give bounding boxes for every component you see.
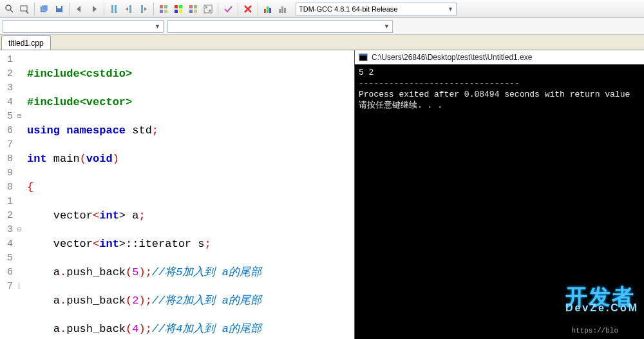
svg-rect-32 <box>284 8 286 13</box>
profiling-icon[interactable] <box>261 2 275 16</box>
svg-rect-20 <box>189 5 193 8</box>
code-line: #include<cstdio> <box>27 67 350 81</box>
line-number-gutter: 12345678901234567 <box>0 50 15 339</box>
svg-rect-11 <box>141 5 143 13</box>
run-icon[interactable] <box>171 2 185 16</box>
separator <box>218 3 218 15</box>
separator <box>104 3 104 15</box>
code-line: a.push_back(2);//将2加入到 a的尾部 <box>27 294 350 308</box>
build-icon[interactable] <box>156 2 171 16</box>
console-output[interactable]: 5 2 -------------------------------- Pro… <box>355 64 644 339</box>
fold-gutter: ⊟⊟⌊ <box>15 50 23 339</box>
class-dropdown[interactable]: ▼ <box>3 20 164 33</box>
code-editor[interactable]: 12345678901234567 ⊟⊟⌊ #include<cstdio> #… <box>0 50 354 339</box>
main-area: 12345678901234567 ⊟⊟⌊ #include<cstdio> #… <box>0 50 644 339</box>
status-url: https://blo <box>571 325 618 336</box>
code-line: a.push_back(4);//将4加入到 a的尾部 <box>27 322 350 336</box>
svg-rect-21 <box>194 5 197 8</box>
svg-rect-23 <box>194 10 197 13</box>
find-icon[interactable] <box>17 2 32 16</box>
navigator-bar: ▼ ▼ <box>0 18 644 35</box>
exe-icon <box>359 53 368 62</box>
svg-rect-17 <box>179 5 182 8</box>
output-line: 5 2 <box>359 67 640 78</box>
bookmark-next-icon[interactable] <box>137 2 151 16</box>
output-line: Process exited after 0.08494 seconds wit… <box>359 89 640 100</box>
save-all-icon[interactable] <box>37 2 52 16</box>
code-content[interactable]: #include<cstdio> #include<vector> using … <box>23 50 354 339</box>
debug-stop-icon[interactable] <box>241 2 255 16</box>
code-line: #include<vector> <box>27 95 350 110</box>
function-dropdown[interactable]: ▼ <box>167 20 393 33</box>
svg-rect-30 <box>279 9 281 13</box>
svg-rect-29 <box>269 8 271 13</box>
console-titlebar[interactable]: C:\Users\26846\Desktop\test\test\Untitle… <box>355 50 644 64</box>
console-title: C:\Users\26846\Desktop\test\test\Untitle… <box>372 53 532 62</box>
svg-rect-28 <box>267 6 269 13</box>
chevron-down-icon: ▼ <box>448 6 453 12</box>
delete-profiling-icon[interactable] <box>276 2 290 16</box>
svg-rect-16 <box>175 5 178 8</box>
compiler-dropdown[interactable]: TDM-GCC 4.8.1 64-bit Release ▼ <box>296 3 457 15</box>
svg-rect-22 <box>189 10 193 13</box>
svg-rect-8 <box>111 5 113 13</box>
svg-rect-2 <box>21 6 27 11</box>
chevron-down-icon: ▼ <box>384 23 390 30</box>
bookmark-icon[interactable] <box>107 2 121 16</box>
tab-label: titled1.cpp <box>8 39 44 48</box>
tab-file[interactable]: titled1.cpp <box>1 35 51 50</box>
separator <box>153 3 154 15</box>
svg-rect-9 <box>115 5 117 13</box>
output-console: C:\Users\26846\Desktop\test\test\Untitle… <box>354 50 644 339</box>
code-line: a.push_back(5);//将5加入到 a的尾部 <box>27 266 350 280</box>
rebuild-icon[interactable] <box>201 2 215 16</box>
code-line: vector<int> a; <box>27 209 350 223</box>
code-line: int main(void) <box>27 152 350 166</box>
svg-rect-24 <box>204 5 212 13</box>
svg-rect-26 <box>209 10 211 12</box>
indent-right-icon[interactable] <box>87 2 101 16</box>
separator <box>238 3 238 15</box>
save-icon[interactable] <box>52 2 66 16</box>
indent-left-icon[interactable] <box>72 2 86 16</box>
code-line: using namespace std; <box>27 124 350 138</box>
separator <box>258 3 258 15</box>
output-line: -------------------------------- <box>359 78 640 89</box>
svg-rect-15 <box>164 10 167 13</box>
svg-rect-12 <box>160 5 163 8</box>
svg-rect-18 <box>175 10 178 13</box>
code-line: vector<int>::iterator s; <box>27 237 350 251</box>
svg-rect-7 <box>57 6 61 8</box>
svg-rect-10 <box>129 5 131 13</box>
svg-rect-31 <box>281 6 283 13</box>
tab-strip: titled1.cpp <box>0 35 644 50</box>
svg-point-0 <box>6 5 11 10</box>
svg-rect-14 <box>160 10 163 13</box>
zoom-in-icon[interactable] <box>3 2 17 16</box>
svg-rect-25 <box>205 6 207 8</box>
svg-rect-5 <box>42 5 48 11</box>
separator <box>69 3 70 15</box>
bookmark-prev-icon[interactable] <box>122 2 136 16</box>
chevron-down-icon: ▼ <box>155 23 160 30</box>
build-run-icon[interactable] <box>186 2 200 16</box>
main-toolbar: TDM-GCC 4.8.1 64-bit Release ▼ <box>0 0 644 18</box>
svg-rect-34 <box>359 53 367 55</box>
compiler-label: TDM-GCC 4.8.1 64-bit Release <box>299 5 397 13</box>
svg-rect-13 <box>164 5 167 8</box>
svg-rect-27 <box>264 9 266 13</box>
code-line: { <box>27 180 350 195</box>
output-line: 请按任意键继续. . . <box>359 100 640 111</box>
syntax-check-icon[interactable] <box>221 2 235 16</box>
watermark: 开发者 DevZe.CoM <box>565 291 639 313</box>
separator <box>34 3 35 15</box>
svg-rect-19 <box>179 10 182 13</box>
svg-line-3 <box>26 11 28 14</box>
svg-line-1 <box>10 10 13 12</box>
